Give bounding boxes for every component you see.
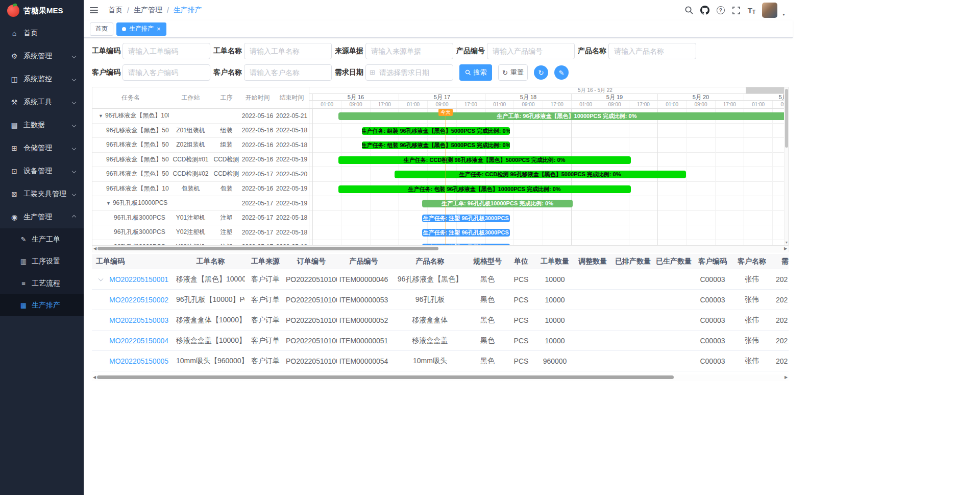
gantt-horizontal-scrollbar[interactable]: ◀ ▶ xyxy=(92,246,789,252)
sidebar-item-home[interactable]: ⌂首页 xyxy=(0,21,84,44)
search-icon[interactable] xyxy=(684,6,694,15)
caret-down-icon[interactable]: ▼ xyxy=(782,13,786,16)
work-order-link[interactable]: MO202205150003 xyxy=(109,316,168,324)
gantt-task-bar[interactable]: 生产任务: 包装 96孔移液盒【黑色】10000PCS 完成比例: 0% xyxy=(338,185,631,193)
table-body: MO202205150001移液盒【黑色】10000个客户订单PO2022051… xyxy=(92,269,789,371)
reset-button[interactable]: ↻ 重置 xyxy=(498,64,528,81)
timeline-gridline xyxy=(744,109,744,245)
gantt-grid-cell: Z01组装机 xyxy=(169,126,212,135)
gantt-task-row[interactable]: 96孔孔板3000PCSY02注塑机注塑2022-05-172022-05-18 xyxy=(92,225,309,240)
filter-input-demand-date[interactable] xyxy=(365,64,453,81)
filter-input-work-order-name[interactable] xyxy=(244,43,332,59)
tab-close-icon[interactable]: × xyxy=(157,26,161,32)
app-logo: 苦糖果MES xyxy=(0,0,84,21)
view-tab[interactable]: 首页 xyxy=(90,22,113,36)
table-column-header: 调整数量 xyxy=(573,257,612,266)
help-icon[interactable]: ? xyxy=(716,6,725,15)
scrollbar-thumb[interactable] xyxy=(97,247,438,250)
sidebar-item-equipment-management[interactable]: ⊡设备管理 xyxy=(0,159,84,182)
filter-input-work-order-code[interactable] xyxy=(122,43,210,59)
avatar[interactable] xyxy=(762,3,777,18)
gantt-grid-cell: 组装 xyxy=(212,140,240,149)
gantt-task-bar[interactable]: 生产任务: 组装 96孔移液盒【黑色】5000PCS 完成比例: 0% xyxy=(362,142,510,149)
gantt-task-row[interactable]: ▼96孔移液盒【黑色】10000PCS2022-05-162022-05-21 xyxy=(92,109,309,124)
table-row[interactable]: MO20220515000296孔孔板【10000】PCS客户订单PO20220… xyxy=(92,290,789,310)
production-icon: ◉ xyxy=(10,213,18,221)
table-cell: ITEM00000054 xyxy=(337,357,390,365)
scrollbar-thumb[interactable] xyxy=(97,375,674,379)
sidebar-item-production-scheduling[interactable]: ▦生产排产 xyxy=(0,294,84,316)
row-expand-icon[interactable] xyxy=(99,276,104,281)
hamburger-icon[interactable] xyxy=(90,5,100,15)
table-row[interactable]: MO202205150004移液盒盒盖【10000】PCS客户订单PO20220… xyxy=(92,331,789,351)
gantt-bar-label: 生产任务: 组装 96孔移液盒【黑色】5000PCS 完成比例: 0% xyxy=(362,142,510,149)
work-order-link[interactable]: MO202205150004 xyxy=(109,337,168,345)
github-icon[interactable] xyxy=(700,6,709,15)
breadcrumb-item[interactable]: 生产管理 xyxy=(134,6,162,15)
scrollbar-down-arrow-icon[interactable]: ▼ xyxy=(785,241,789,244)
gantt-task-row[interactable]: 96孔孔板3000PCSY03注塑机注塑2022-05-172022-05-18 xyxy=(92,240,309,246)
scrollbar-left-arrow-icon[interactable]: ◀ xyxy=(92,374,97,381)
gantt-task-row[interactable]: ▼96孔孔板10000PCS2022-05-172022-05-19 xyxy=(92,196,309,211)
scrollbar-right-arrow-icon[interactable]: ▶ xyxy=(783,246,788,252)
fullscreen-icon[interactable] xyxy=(732,6,741,15)
gantt-task-row[interactable]: 96孔移液盒【黑色】5000PCSZ01组装机组装2022-05-162022-… xyxy=(92,124,309,138)
filter-input-product-code[interactable] xyxy=(487,43,575,59)
table-horizontal-scrollbar[interactable]: ◀ ▶ xyxy=(92,374,789,381)
sidebar-item-production-management[interactable]: ◉生产管理 xyxy=(0,205,84,228)
scrollbar-thumb[interactable] xyxy=(785,89,788,148)
scrollbar-left-arrow-icon[interactable]: ◀ xyxy=(92,246,97,252)
font-size-icon[interactable]: TT xyxy=(748,6,755,15)
gantt-task-bar[interactable]: 生产任务: 注塑 96孔孔板3000PCS 完成比例: 0% xyxy=(422,215,510,222)
edit-round-button[interactable]: ✎ xyxy=(554,65,569,80)
sidebar-item-process-setting[interactable]: ▥工序设置 xyxy=(0,250,84,272)
filter-input-product-name[interactable] xyxy=(608,43,696,59)
table-row[interactable]: MO202205150003移液盒盒体【10000】PCS客户订单PO20220… xyxy=(92,310,789,331)
gantt-task-row[interactable]: 96孔移液盒【黑色】5000PCSCCD检测#01CCD检测2022-05-16… xyxy=(92,153,309,168)
work-order-link[interactable]: MO202205150005 xyxy=(109,357,168,365)
sidebar-item-master-data[interactable]: ▤主数据 xyxy=(0,113,84,136)
breadcrumb-item[interactable]: 首页 xyxy=(108,6,122,15)
filter-input-customer-code[interactable] xyxy=(122,64,210,81)
work-order-link[interactable]: MO202205150001 xyxy=(109,275,168,284)
scrollbar-right-arrow-icon[interactable]: ▶ xyxy=(783,374,789,381)
tab-label: 生产排产 xyxy=(129,25,154,33)
gantt-order-bar[interactable]: 生产工单: 96孔孔板10000PCS 完成比例: 0% xyxy=(422,200,573,207)
gantt-task-row[interactable]: 96孔移液盒【黑色】5000PCSCCD检测#02CCD检测2022-05-17… xyxy=(92,167,309,182)
search-button[interactable]: 搜索 xyxy=(459,64,492,81)
gantt-vertical-scrollbar[interactable]: ▼ xyxy=(784,87,788,245)
work-order-link[interactable]: MO202205150002 xyxy=(109,296,168,304)
gantt-task-row[interactable]: 96孔移液盒【黑色】5000PCSZ02组装机组装2022-05-162022-… xyxy=(92,138,309,153)
sidebar-item-fixture-management[interactable]: ⊠工装夹具管理 xyxy=(0,182,84,205)
expand-triangle-icon[interactable]: ▼ xyxy=(99,113,103,119)
filter-input-customer-name[interactable] xyxy=(244,64,332,81)
timeline-range-label: 5月 16 - 5月 22 xyxy=(309,87,784,93)
table-row[interactable]: MO20220515000510mm吸头【960000】PCS客户订单PO202… xyxy=(92,351,789,371)
table-row[interactable]: MO202205150001移液盒【黑色】10000个客户订单PO2022051… xyxy=(92,269,789,290)
gantt-grid-cell: 2022-05-19 xyxy=(275,185,309,192)
sidebar-item-system-tools[interactable]: ⚒系统工具 xyxy=(0,90,84,113)
gantt-grid-cell: 2022-05-16 xyxy=(240,112,275,120)
gantt-task-bar[interactable]: 生产任务: 组装 96孔移液盒【黑色】5000PCS 完成比例: 0% xyxy=(362,127,510,135)
filter-input-source-document[interactable] xyxy=(365,43,453,59)
gantt-task-bar[interactable]: 生产任务: 注塑 96孔孔板3000PCS 完成比例: 0% xyxy=(422,229,510,237)
timeline-hours-band: 01:0009:0017:0001:0009:0017:0001:0009:00… xyxy=(309,101,784,109)
gantt-task-bar[interactable]: 生产任务: 注塑 96孔孔板3000PCS 完成比例: 0% xyxy=(422,244,510,246)
gantt-task-bar[interactable]: 生产任务: CCD检测 96孔移液盒【黑色】5000PCS 完成比例: 0% xyxy=(395,171,686,178)
sidebar-item-production-work-order[interactable]: ✎生产工单 xyxy=(0,228,84,250)
filter-field-customer-code: 客户编码 xyxy=(92,64,213,81)
sidebar-item-process-flow[interactable]: ≡工艺流程 xyxy=(0,272,84,294)
gantt-task-row[interactable]: 96孔移液盒【黑色】10000PCS包装机包装2022-05-162022-05… xyxy=(92,182,309,197)
gantt-task-bar[interactable]: 生产任务: CCD检测 96孔移液盒【黑色】5000PCS 完成比例: 0% xyxy=(338,156,631,164)
sidebar-item-system-monitoring[interactable]: ◫系统监控 xyxy=(0,67,84,90)
task-name: 96孔孔板3000PCS xyxy=(114,228,165,237)
timeline-header-scroll-block[interactable] xyxy=(746,87,784,93)
expand-triangle-icon[interactable]: ▼ xyxy=(106,201,111,206)
sidebar-item-warehouse-management[interactable]: ⊞仓储管理 xyxy=(0,136,84,159)
refresh-round-button[interactable]: ↻ xyxy=(534,65,548,80)
sidebar-item-system-management[interactable]: ⚙系统管理 xyxy=(0,44,84,67)
gantt-order-bar[interactable]: 生产工单: 96孔移液盒【黑色】10000PCS 完成比例: 0% xyxy=(338,112,784,120)
view-tab[interactable]: 生产排产× xyxy=(116,22,166,36)
gantt-task-row[interactable]: 96孔孔板3000PCSY01注塑机注塑2022-05-172022-05-18 xyxy=(92,211,309,226)
sidebar-item-label: 系统管理 xyxy=(23,52,52,61)
